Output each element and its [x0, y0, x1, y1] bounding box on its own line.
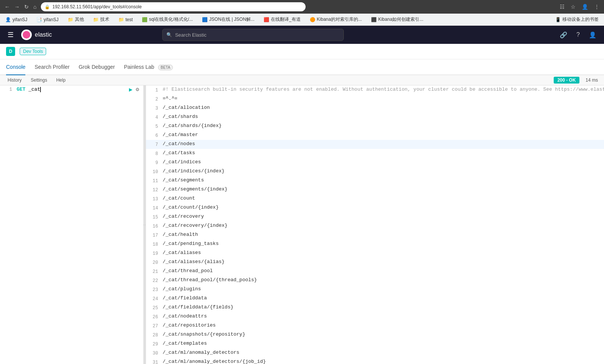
search-icon: 🔍: [166, 32, 172, 37]
output-line-number: 3: [146, 104, 163, 113]
bookmark-yifansj-2[interactable]: 📑 yifanSJ: [34, 16, 61, 23]
nav-reload-button[interactable]: ↻: [23, 2, 30, 11]
bookmark-label: 在线翻译_有道: [271, 16, 301, 23]
output-line-text: /_cat/indices/{index}: [163, 167, 604, 176]
output-line-text: /_cat/shards: [163, 113, 604, 122]
output-line: 30/_cat/ml/anomaly_detectors: [146, 349, 604, 358]
editor-line-1: 1 GET _cat ▶ ⚙: [0, 85, 143, 94]
output-line: 2=^.^=: [146, 94, 604, 104]
output-line-text: /_cat/health: [163, 231, 604, 240]
bookmark-json[interactable]: 🟦 JSON在线 | JSON解...: [200, 15, 257, 23]
help-toolbar-button[interactable]: Help: [55, 77, 67, 84]
search-bar[interactable]: 🔍 Search Elastic: [162, 29, 344, 41]
output-line-number: 16: [146, 221, 163, 231]
editor-content[interactable]: 1 GET _cat ▶ ⚙: [0, 85, 143, 364]
more-button[interactable]: ⋮: [593, 2, 601, 11]
output-content: 1#! Elasticsearch built-in security feat…: [146, 85, 604, 364]
bookmark-yifansj-1[interactable]: 👤 yifanSJ: [3, 16, 30, 23]
bookmark-other[interactable]: 📁 其他: [65, 15, 86, 23]
settings-button[interactable]: Settings: [29, 77, 48, 84]
help-button[interactable]: ?: [575, 30, 581, 40]
output-line-text: /_cat/thread_pool: [163, 267, 604, 276]
wrench-button[interactable]: ⚙: [135, 86, 140, 93]
nav-back-button[interactable]: ←: [3, 2, 11, 11]
bookmark-sql[interactable]: 🟩 sql在线美化/格式化/...: [140, 15, 195, 23]
output-line: 22/_cat/thread_pool/{thread_pools}: [146, 276, 604, 285]
output-line: 6/_cat/master: [146, 131, 604, 140]
output-line-text: /_cat/aliases: [163, 249, 604, 258]
output-line-number: 27: [146, 321, 163, 330]
devtools-badge[interactable]: Dev Tools: [20, 48, 46, 55]
bookmark-tech[interactable]: 📁 技术: [91, 15, 112, 23]
editor-panel: 1 GET _cat ▶ ⚙: [0, 85, 144, 364]
user-button[interactable]: 👤: [587, 30, 598, 40]
bookmark-translate[interactable]: 🟥 在线翻译_有道: [261, 15, 303, 23]
output-line-text: /_cat/fielddata: [163, 294, 604, 303]
output-line: 24/_cat/fielddata: [146, 294, 604, 303]
output-line-text: #! Elasticsearch built-in security featu…: [163, 85, 604, 94]
nav-home-button[interactable]: ⌂: [32, 2, 38, 11]
output-line-text: /_cat/ml/anomaly_detectors: [163, 349, 604, 358]
profile-button[interactable]: 👤: [580, 2, 590, 11]
output-line-text: /_cat/segments: [163, 176, 604, 185]
output-line-number: 10: [146, 167, 163, 176]
console-area: 1 GET _cat ▶ ⚙ ⋮ 1#! Elasticsearch built: [0, 85, 604, 364]
security-icon: 🔒: [45, 5, 50, 9]
status-badge: 200 - OK: [554, 77, 580, 84]
tab-painless-lab[interactable]: Painless Lab BETA: [124, 59, 173, 75]
output-line: 12/_cat/segments/{index}: [146, 185, 604, 194]
output-line: 4/_cat/shards: [146, 113, 604, 122]
line-content-1[interactable]: GET _cat: [17, 85, 125, 94]
nav-forward-button[interactable]: →: [13, 2, 21, 11]
output-line: 25/_cat/fielddata/{fields}: [146, 303, 604, 312]
share-button[interactable]: 🔗: [558, 30, 569, 40]
elastic-logo-icon: [21, 29, 32, 40]
output-line: 26/_cat/nodeattrs: [146, 312, 604, 321]
output-line-text: /_cat/count: [163, 194, 604, 203]
tab-console[interactable]: Console: [6, 59, 25, 75]
output-line-number: 28: [146, 330, 163, 339]
bookmark-folder-icon: 📁: [118, 17, 124, 22]
hamburger-menu-button[interactable]: ☰: [6, 29, 15, 40]
output-line: 1#! Elasticsearch built-in security feat…: [146, 85, 604, 94]
tab-search-profiler[interactable]: Search Profiler: [34, 59, 70, 75]
output-line-text: /_cat/templates: [163, 339, 604, 349]
bookmark-label: JSON在线 | JSON解...: [209, 16, 255, 23]
run-button[interactable]: ▶: [128, 86, 133, 93]
browser-actions: ☷ ☆ 👤 ⋮: [558, 2, 601, 11]
output-line: 31/_cat/ml/anomaly_detectors/{job_id}: [146, 358, 604, 364]
devtools-icon: D: [6, 47, 15, 56]
output-line-number: 25: [146, 303, 163, 312]
output-line-text: /_cat/fielddata/{fields}: [163, 303, 604, 312]
output-line: 17/_cat/health: [146, 231, 604, 240]
output-line-number: 13: [146, 194, 163, 203]
extensions-button[interactable]: ☷: [558, 2, 566, 11]
address-bar[interactable]: 🔒 192.168.52.11:5601/app/dev_tools#/cons…: [41, 2, 306, 11]
output-line-number: 5: [146, 122, 163, 131]
history-button[interactable]: History: [6, 77, 23, 84]
bookmark-button[interactable]: ☆: [569, 2, 577, 11]
output-line-text: /_cat/plugins: [163, 285, 604, 294]
output-line-text: /_cat/indices: [163, 158, 604, 167]
output-line-text: /_cat/nodes: [163, 140, 604, 149]
bookmark-mobile[interactable]: 📱 移动设备上的书签: [553, 15, 601, 23]
output-line: 10/_cat/indices/{index}: [146, 167, 604, 176]
tab-grok-debugger[interactable]: Grok Debugger: [79, 59, 115, 75]
output-line: 13/_cat/count: [146, 194, 604, 203]
output-line-text: =^.^=: [163, 94, 604, 104]
bookmark-kibana2[interactable]: ⬛ Kibana如何创建索引...: [369, 15, 425, 23]
http-method: GET: [17, 87, 25, 92]
output-line-text: /_cat/snapshots/{repository}: [163, 330, 604, 339]
browser-nav-buttons: ← → ↻ ⌂: [3, 2, 38, 11]
output-line-text: /_cat/allocation: [163, 104, 604, 113]
output-line-number: 31: [146, 358, 163, 364]
bookmark-test[interactable]: 📁 test: [116, 16, 135, 23]
output-line: 27/_cat/repositories: [146, 321, 604, 330]
output-line-text: /_cat/nodeattrs: [163, 312, 604, 321]
output-line: 20/_cat/aliases/{alias}: [146, 258, 604, 267]
output-line-number: 8: [146, 149, 163, 158]
elastic-logo-text: elastic: [35, 31, 52, 38]
output-line-number: 15: [146, 212, 163, 221]
output-panel: 1#! Elasticsearch built-in security feat…: [146, 85, 604, 364]
bookmark-kibana1[interactable]: 🟠 Kibana的对索引库的...: [307, 15, 364, 23]
